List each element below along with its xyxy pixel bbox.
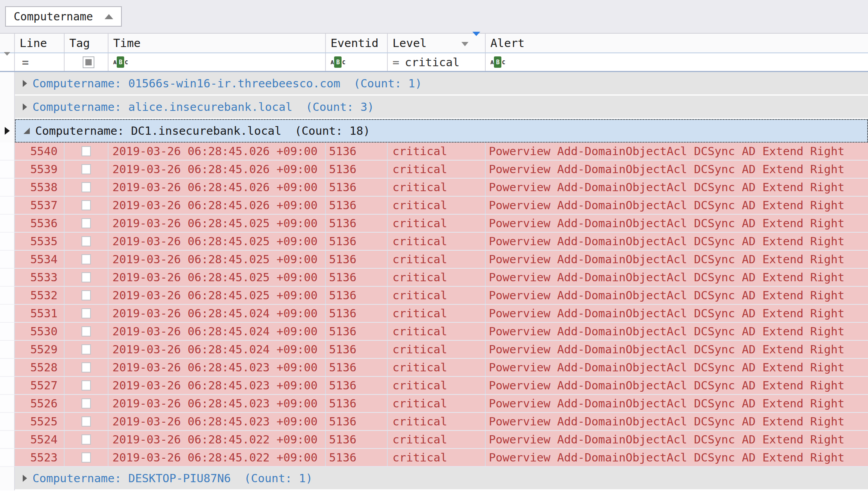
cell-eventid: 5136: [326, 161, 388, 178]
log-row[interactable]: 5528 2019-03-26 06:28:45.023 +09:00 5136…: [0, 359, 868, 377]
collapse-chevron-icon[interactable]: [23, 103, 27, 110]
abc-filter-type-icon[interactable]: A B C: [113, 56, 128, 68]
tag-checkbox[interactable]: [81, 308, 91, 318]
group-row[interactable]: Computername: alice.insecurebank.local (…: [0, 96, 868, 119]
log-row[interactable]: 5525 2019-03-26 06:28:45.023 +09:00 5136…: [0, 413, 868, 431]
log-row[interactable]: 5537 2019-03-26 06:28:45.026 +09:00 5136…: [0, 197, 868, 215]
tag-checkbox[interactable]: [81, 362, 91, 373]
cell-line: 5537: [15, 197, 65, 214]
tag-checkbox[interactable]: [81, 146, 91, 156]
cell-eventid: 5136: [326, 269, 388, 286]
collapse-chevron-icon[interactable]: [23, 80, 27, 87]
log-row[interactable]: 5540 2019-03-26 06:28:45.026 +09:00 5136…: [0, 143, 868, 161]
cell-alert: Powerview Add-DomainObjectAcl DCSync AD …: [486, 161, 868, 178]
row-indicator-cell: [0, 251, 15, 269]
group-row[interactable]: Computername: DC1.insecurebank.local (Co…: [0, 119, 868, 143]
tag-checkbox[interactable]: [81, 344, 91, 355]
group-row-content[interactable]: Computername: alice.insecurebank.local (…: [15, 96, 868, 119]
filter-input-time[interactable]: A B C: [108, 53, 326, 71]
cell-eventid: 5136: [326, 215, 388, 232]
row-indicator-cell: [0, 96, 15, 119]
group-label: Computername: DESKTOP-PIU87N6: [33, 472, 231, 485]
tag-checkbox[interactable]: [81, 236, 91, 246]
tag-checkbox[interactable]: [81, 182, 91, 192]
log-row[interactable]: 5534 2019-03-26 06:28:45.025 +09:00 5136…: [0, 251, 868, 269]
abc-letter-b: B: [117, 56, 124, 68]
cell-tag: [65, 341, 108, 358]
log-row[interactable]: 5524 2019-03-26 06:28:45.022 +09:00 5136…: [0, 431, 868, 449]
tag-checkbox[interactable]: [81, 380, 91, 391]
filter-input-tag[interactable]: [65, 53, 108, 71]
level-dropdown-arrow-icon[interactable]: [461, 42, 468, 46]
cell-alert: Powerview Add-DomainObjectAcl DCSync AD …: [486, 197, 868, 214]
cell-alert: Powerview Add-DomainObjectAcl DCSync AD …: [486, 287, 868, 304]
tag-checkbox[interactable]: [81, 254, 91, 264]
cell-time: 2019-03-26 06:28:45.025 +09:00: [108, 233, 326, 250]
filter-input-line[interactable]: =: [15, 53, 65, 71]
row-indicator-cell: [0, 413, 15, 431]
column-header-level[interactable]: Level: [388, 34, 486, 52]
cell-eventid: 5136: [326, 377, 388, 394]
tag-checkbox[interactable]: [81, 164, 91, 174]
row-indicator-cell: [0, 197, 15, 215]
group-by-chip-computername[interactable]: Computername: [5, 6, 122, 27]
cell-tag: [65, 143, 108, 160]
log-row[interactable]: 5531 2019-03-26 06:28:45.024 +09:00 5136…: [0, 305, 868, 323]
tag-checkbox[interactable]: [81, 200, 91, 210]
column-header-time[interactable]: Time: [108, 34, 326, 52]
tag-checkbox[interactable]: [81, 290, 91, 300]
group-row-content[interactable]: Computername: DESKTOP-PIU87N6 (Count: 1): [15, 467, 868, 490]
row-indicator-cell: [0, 269, 15, 287]
abc-filter-type-icon[interactable]: A B C: [490, 56, 505, 68]
log-row[interactable]: 5523 2019-03-26 06:28:45.022 +09:00 5136…: [0, 449, 868, 467]
sort-ascending-icon[interactable]: [105, 14, 113, 19]
filter-input-eventid[interactable]: A B C: [326, 53, 388, 71]
log-row[interactable]: 5532 2019-03-26 06:28:45.025 +09:00 5136…: [0, 287, 868, 305]
column-header-tag[interactable]: Tag: [65, 34, 108, 52]
group-row-content[interactable]: Computername: DC1.insecurebank.local (Co…: [15, 119, 868, 143]
filter-input-level[interactable]: = critical: [388, 53, 486, 71]
log-row-cells: 5526 2019-03-26 06:28:45.023 +09:00 5136…: [15, 395, 868, 413]
tag-checkbox[interactable]: [81, 452, 91, 463]
log-row[interactable]: 5539 2019-03-26 06:28:45.026 +09:00 5136…: [0, 161, 868, 179]
log-row[interactable]: 5535 2019-03-26 06:28:45.025 +09:00 5136…: [0, 233, 868, 251]
log-row[interactable]: 5526 2019-03-26 06:28:45.023 +09:00 5136…: [0, 395, 868, 413]
log-row[interactable]: 5533 2019-03-26 06:28:45.025 +09:00 5136…: [0, 269, 868, 287]
group-row[interactable]: Computername: DESKTOP-PIU87N6 (Count: 1): [0, 467, 868, 490]
tag-checkbox[interactable]: [81, 272, 91, 282]
tag-checkbox[interactable]: [81, 434, 91, 445]
column-header-alert[interactable]: Alert: [486, 34, 868, 52]
log-row[interactable]: 5527 2019-03-26 06:28:45.023 +09:00 5136…: [0, 377, 868, 395]
tag-checkbox[interactable]: [81, 416, 91, 427]
header-indicator-cell: [0, 34, 15, 52]
column-header-eventid[interactable]: Eventid: [326, 34, 388, 52]
cell-eventid: 5136: [326, 143, 388, 160]
cell-time: 2019-03-26 06:28:45.023 +09:00: [108, 377, 326, 394]
abc-filter-type-icon[interactable]: A B C: [331, 56, 345, 68]
column-header-line[interactable]: Line: [15, 34, 65, 52]
cell-tag: [65, 251, 108, 268]
log-row[interactable]: 5538 2019-03-26 06:28:45.026 +09:00 5136…: [0, 179, 868, 197]
tag-checkbox[interactable]: [81, 326, 91, 336]
log-row[interactable]: 5529 2019-03-26 06:28:45.024 +09:00 5136…: [0, 341, 868, 359]
tag-checkbox[interactable]: [81, 218, 91, 228]
filter-input-alert[interactable]: A B C: [486, 53, 868, 71]
collapse-chevron-icon[interactable]: [23, 475, 27, 482]
log-row[interactable]: 5530 2019-03-26 06:28:45.024 +09:00 5136…: [0, 323, 868, 341]
tag-filter-checkbox[interactable]: [83, 56, 94, 68]
group-row[interactable]: Computername: 01566s-win16-ir.threebeesc…: [0, 72, 868, 96]
log-row-cells: 5538 2019-03-26 06:28:45.026 +09:00 5136…: [15, 179, 868, 197]
cell-line: 5539: [15, 161, 65, 178]
group-count: (Count: 1): [244, 472, 313, 485]
cell-alert: Powerview Add-DomainObjectAcl DCSync AD …: [486, 413, 868, 430]
column-header-line-label: Line: [20, 36, 47, 50]
tag-checkbox[interactable]: [81, 398, 91, 409]
group-row-content[interactable]: Computername: 01566s-win16-ir.threebeesc…: [15, 72, 868, 96]
expand-chevron-icon[interactable]: [24, 128, 30, 134]
cell-time: 2019-03-26 06:28:45.025 +09:00: [108, 251, 326, 268]
cell-eventid: 5136: [326, 413, 388, 430]
cell-eventid: 5136: [326, 197, 388, 214]
log-row[interactable]: 5536 2019-03-26 06:28:45.025 +09:00 5136…: [0, 215, 868, 233]
level-active-filter-funnel-icon[interactable]: [472, 36, 481, 46]
line-equals-operator-icon[interactable]: =: [20, 56, 29, 69]
